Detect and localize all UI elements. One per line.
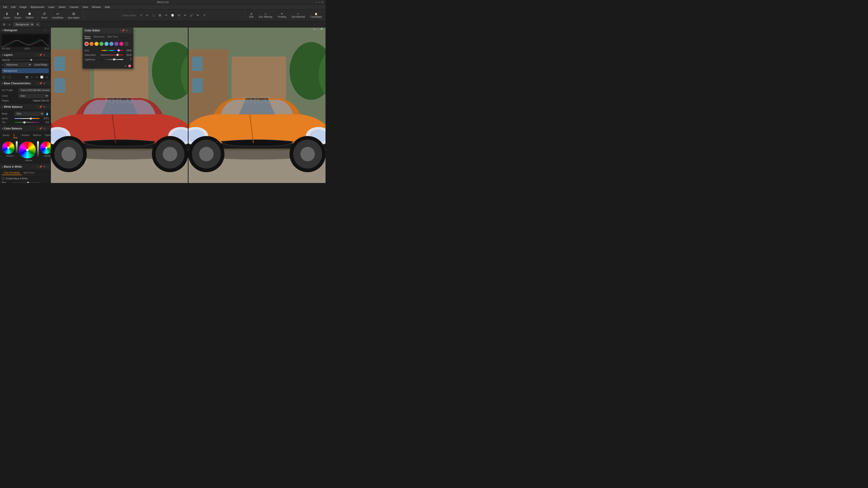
curve-select[interactable]: Auto — [19, 94, 49, 98]
capture-button[interactable]: ⏺ Capture — [24, 11, 35, 20]
layer-list-view[interactable]: ≡ — [7, 22, 12, 27]
wb-eyedropper-icon[interactable]: 💧 — [45, 112, 49, 116]
white-balance-header[interactable]: ▾ White Balance ? 📌 ⚙ ⋯ — [0, 104, 51, 109]
cb-tab-highlight[interactable]: Highlight — [44, 133, 51, 139]
ce-tab-skin-tone[interactable]: Skin Tone — [107, 35, 118, 39]
ce-tab-advanced[interactable]: Advanced — [93, 35, 104, 39]
base-char-help-icon[interactable]: ? — [37, 82, 38, 85]
menu-view[interactable]: View — [81, 5, 90, 9]
bw-tab-split-tones[interactable]: Split Tones — [22, 171, 36, 175]
fit-icon[interactable]: ⊡ — [317, 28, 319, 31]
bw-enable-checkbox[interactable] — [2, 177, 4, 180]
ce-tab-basic[interactable]: Basic — [85, 35, 91, 39]
swatch-cyan[interactable] — [104, 42, 108, 46]
adjustment-type-select[interactable]: Adjustment — [4, 63, 32, 67]
opacity-slider[interactable] — [11, 60, 49, 60]
wb-menu-icon[interactable]: ⋯ — [46, 105, 49, 108]
cursor-tool-5[interactable]: ↩ — [164, 13, 168, 18]
cb-menu-icon[interactable]: ⋯ — [46, 127, 49, 130]
window-controls[interactable]: — □ ✕ — [315, 1, 323, 3]
swatch-red[interactable] — [85, 42, 89, 46]
histogram-menu-icon[interactable]: ⋯ — [46, 29, 49, 32]
layers-header[interactable]: ▾ Layers ? 📌 ⚙ ⋯ — [0, 52, 51, 58]
layers-settings-icon[interactable]: ⚙ — [43, 54, 45, 57]
cursor-tool-8[interactable]: ✏ — [183, 13, 188, 18]
grid-button[interactable]: ⊞ Grid — [247, 12, 255, 19]
add-layer-button[interactable]: + — [35, 22, 40, 27]
cb-tab-midtone[interactable]: Midtone — [32, 133, 42, 139]
bw-red-slider[interactable] — [13, 182, 41, 183]
remove-layer-button[interactable]: − — [7, 75, 11, 79]
base-char-pin-icon[interactable]: 📌 — [39, 82, 42, 85]
menu-window[interactable]: Window — [90, 5, 103, 9]
background-layer-item[interactable]: Background — [2, 68, 49, 73]
cursor-tool-7[interactable]: ⊙ — [176, 13, 181, 18]
layer-pencil-btn[interactable]: ✏ — [35, 75, 39, 79]
ce-pin-icon[interactable]: 📌 — [122, 29, 125, 32]
base-char-menu-icon[interactable]: ⋯ — [46, 82, 49, 85]
ce-reset-icon[interactable]: ⇄ — [124, 64, 127, 68]
menu-adjustments[interactable]: Adjustments — [29, 5, 46, 9]
menu-layer[interactable]: Layer — [46, 5, 57, 9]
ce-settings-icon[interactable]: ⚙ — [126, 29, 128, 32]
base-char-settings-icon[interactable]: ⚙ — [43, 82, 45, 85]
layer-list-btn[interactable]: ≡ — [30, 75, 34, 79]
menu-help[interactable]: Help — [103, 5, 112, 9]
cursor-tool-9[interactable]: 🖊 — [189, 13, 194, 18]
histogram-header[interactable]: ▾ Histogram ? ⋯ — [0, 28, 51, 33]
swatch-purple[interactable] — [114, 42, 119, 46]
cursor-tool-2[interactable]: ✂ — [145, 13, 150, 18]
layer-grid-view[interactable]: ⊞ — [2, 22, 6, 27]
cb-settings-icon[interactable]: ⚙ — [43, 127, 45, 130]
undo-redo-button[interactable]: ↩ Undo/Redo — [50, 11, 65, 20]
ce-hue-slider[interactable] — [101, 50, 123, 51]
cb-pin-icon[interactable]: 📌 — [39, 127, 42, 130]
cb-tab-master[interactable]: Master — [2, 133, 11, 139]
wb-settings-icon[interactable]: ⚙ — [43, 105, 45, 108]
swatch-blue[interactable] — [110, 42, 114, 46]
bw-help-icon[interactable]: ? — [37, 165, 38, 168]
ce-help-icon[interactable]: ? — [119, 29, 121, 32]
cb-tab-shadow[interactable]: Shadow — [20, 133, 30, 139]
ce-menu-icon[interactable]: ⋯ — [129, 29, 131, 32]
bw-pin-icon[interactable]: 📌 — [39, 165, 42, 168]
color-balance-header[interactable]: ▾ Color Balance ? 📌 ⚙ ⋯ — [0, 126, 51, 131]
shadow-brightness-slider[interactable] — [16, 141, 18, 154]
ce-lightness-slider[interactable] — [101, 59, 123, 60]
base-characteristics-header[interactable]: ▾ Base Characteristics ? 📌 ⚙ ⋯ — [0, 80, 51, 86]
wb-mode-select[interactable]: Shot — [14, 111, 44, 116]
minimize-btn[interactable]: — — [315, 1, 317, 3]
layers-help-icon[interactable]: ? — [37, 54, 38, 57]
maximize-btn[interactable]: □ — [319, 1, 320, 3]
menu-edit[interactable]: Edit — [9, 5, 18, 9]
copy-apply-button[interactable]: 📋 Copy/Apply — [309, 12, 324, 19]
export-button[interactable]: ⬆ Export — [13, 11, 23, 20]
midtone-brightness-slider[interactable] — [37, 141, 39, 159]
exp-warning-button[interactable]: ⚠ Exp. Warning — [257, 12, 274, 19]
ce-saturation-slider[interactable] — [101, 55, 123, 55]
swatch-yellow[interactable] — [94, 42, 98, 46]
bw-header[interactable]: ▾ Black & White ? 📌 ⚙ ⋯ — [0, 164, 51, 169]
ce-pick-icon[interactable]: 🎯 — [128, 64, 131, 68]
shadow-color-wheel[interactable] — [2, 141, 15, 154]
auto-adjust-button[interactable]: ⚙ Auto Adjust — [66, 11, 81, 20]
menu-image[interactable]: Image — [18, 5, 29, 9]
wb-pin-icon[interactable]: 📌 — [39, 105, 42, 108]
wb-help-icon[interactable]: ? — [37, 105, 38, 108]
swatch-green[interactable] — [99, 42, 103, 46]
swatch-neutral[interactable] — [124, 42, 128, 46]
wb-tint-slider[interactable] — [14, 122, 39, 123]
cursor-tool-3[interactable]: □ — [151, 13, 156, 18]
bw-tab-color-sensitivity[interactable]: Color Sensitivity — [2, 171, 22, 175]
layer-name-select[interactable]: Background — [13, 22, 34, 27]
layers-menu-icon[interactable]: ⋯ — [46, 54, 49, 57]
proofing-button[interactable]: 👁 Proofing — [276, 12, 288, 19]
icc-select[interactable]: Canon EOS-M6 Mk2 Generic — [19, 88, 51, 92]
swatch-pink[interactable] — [119, 42, 123, 46]
zoom-icon[interactable]: 🔍 — [320, 28, 324, 31]
menu-select[interactable]: Select — [57, 5, 67, 9]
cursor-tool-10[interactable]: ✒ — [195, 13, 200, 18]
edit-selected-button[interactable]: ✏ Edit Selected — [290, 12, 307, 19]
cursor-tool-6[interactable]: ⌚ — [170, 13, 175, 18]
add-layer-plus-button[interactable]: + — [2, 75, 6, 79]
